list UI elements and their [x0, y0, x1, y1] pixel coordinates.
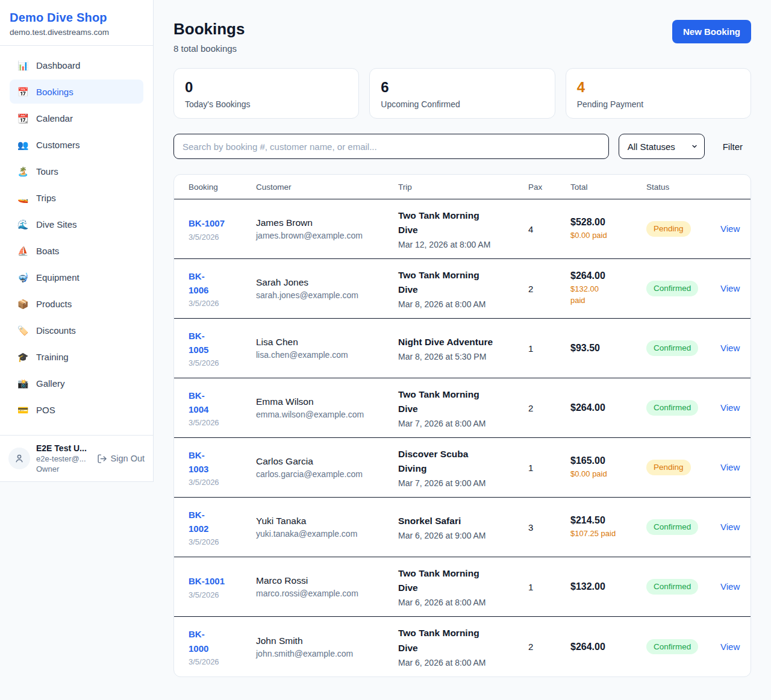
sidebar-item-equipment[interactable]: 🤿 Equipment [10, 265, 143, 289]
paid-amount: $132.00 paid [570, 284, 640, 307]
total-amount: $264.00 [570, 402, 640, 413]
customer-name: Marco Rossi [256, 575, 392, 586]
sign-out-button[interactable]: Sign Out [97, 454, 145, 464]
table-row: BK- 1005 3/5/2026 Lisa Chen lisa.chen@ex… [174, 319, 751, 378]
stat-card-pending-payment: 4 Pending Payment [566, 68, 751, 119]
table-row: BK- 1000 3/5/2026 John Smith john.smith@… [174, 617, 751, 677]
tours-icon: 🏝️ [17, 167, 29, 176]
pax-count: 3 [528, 522, 570, 533]
total-amount: $214.50 [570, 515, 640, 526]
sidebar-item-tours[interactable]: 🏝️ Tours [10, 159, 143, 183]
trip-name: Two Tank Morning Dive [398, 566, 522, 595]
customer-name: John Smith [256, 636, 392, 646]
status-badge: Pending [646, 460, 691, 475]
booking-id-link[interactable]: BK-1007 [189, 216, 225, 230]
view-link[interactable]: View [720, 581, 740, 592]
main-content: Bookings 8 total bookings New Booking 0 … [154, 0, 771, 697]
table-row: BK- 1004 3/5/2026 Emma Wilson emma.wilso… [174, 378, 751, 438]
sidebar-item-products[interactable]: 📦 Products [10, 292, 143, 316]
booking-id-link[interactable]: BK- 1006 [189, 269, 208, 298]
view-link[interactable]: View [720, 343, 740, 353]
total-amount: $264.00 [570, 642, 640, 652]
trip-name: Night Dive Adventure [398, 335, 522, 349]
total-amount: $93.50 [570, 343, 640, 354]
paid-amount: $0.00 paid [570, 469, 640, 480]
stat-label: Pending Payment [577, 99, 740, 109]
sidebar-item-gallery[interactable]: 📸 Gallery [10, 371, 143, 395]
calendar-icon: 📆 [17, 114, 29, 123]
new-booking-button[interactable]: New Booking [672, 20, 751, 43]
discounts-icon: 🏷️ [17, 326, 29, 335]
sidebar-item-dive-sites[interactable]: 🌊 Dive Sites [10, 212, 143, 236]
trip-name: Snorkel Safari [398, 514, 522, 528]
sidebar-footer: E2E Test U... e2e-tester@... Owner Sign … [0, 435, 153, 481]
dashboard-icon: 📊 [17, 61, 29, 70]
stat-card-upcoming-confirmed: 6 Upcoming Confirmed [369, 68, 555, 119]
customer-email: carlos.garcia@example.com [256, 469, 392, 479]
view-link[interactable]: View [720, 402, 740, 413]
trip-datetime: Mar 8, 2026 at 8:00 AM [398, 299, 522, 309]
booking-id-link[interactable]: BK- 1005 [189, 329, 208, 357]
view-link[interactable]: View [720, 522, 740, 532]
status-filter-select[interactable]: All Statuses [619, 134, 705, 159]
customer-email: lisa.chen@example.com [256, 350, 392, 360]
status-filter-value: All Statuses [628, 142, 675, 152]
sidebar-item-calendar[interactable]: 📆 Calendar [10, 106, 143, 130]
total-amount: $165.00 [570, 455, 640, 466]
sidebar-item-dashboard[interactable]: 📊 Dashboard [10, 53, 143, 77]
customer-name: Lisa Chen [256, 337, 392, 348]
bookings-icon: 📅 [17, 87, 29, 96]
view-link[interactable]: View [720, 223, 740, 234]
view-link[interactable]: View [720, 462, 740, 472]
customer-name: Emma Wilson [256, 396, 392, 407]
booking-date: 3/5/2026 [189, 418, 250, 427]
table-row: BK- 1002 3/5/2026 Yuki Tanaka yuki.tanak… [174, 498, 751, 557]
sidebar-item-customers[interactable]: 👥 Customers [10, 133, 143, 157]
view-link[interactable]: View [720, 642, 740, 652]
booking-id-link[interactable]: BK- 1004 [189, 389, 208, 417]
view-link[interactable]: View [720, 283, 740, 293]
trip-datetime: Mar 6, 2026 at 9:00 AM [398, 531, 522, 540]
filter-button[interactable]: Filter [714, 142, 751, 152]
trip-datetime: Mar 7, 2026 at 9:00 AM [398, 478, 522, 488]
booking-id-link[interactable]: BK- 1003 [189, 448, 208, 477]
sign-out-label: Sign Out [111, 454, 145, 463]
table-body: BK-1007 3/5/2026 James Brown james.brown… [174, 199, 751, 677]
trip-datetime: Mar 6, 2026 at 8:00 AM [398, 658, 522, 667]
search-input[interactable] [173, 134, 609, 159]
stats-row: 0 Today's Bookings 6 Upcoming Confirmed … [173, 68, 751, 119]
stat-label: Today's Bookings [185, 99, 348, 109]
logout-icon [97, 454, 107, 464]
sidebar-item-boats[interactable]: ⛵ Boats [10, 239, 143, 263]
bookings-table: Booking Customer Trip Pax Total Status B… [173, 174, 751, 677]
page-header: Bookings 8 total bookings New Booking [173, 20, 751, 54]
pos-icon: 💳 [17, 405, 29, 414]
person-icon [14, 453, 25, 464]
sidebar-item-pos[interactable]: 💳 POS [10, 398, 143, 422]
sidebar-item-trips[interactable]: 🚤 Trips [10, 186, 143, 210]
stat-value: 0 [185, 80, 348, 95]
table-row: BK-1001 3/5/2026 Marco Rossi marco.rossi… [174, 557, 751, 617]
booking-id-link[interactable]: BK- 1000 [189, 627, 208, 655]
page-title: Bookings [173, 20, 245, 39]
column-header-status: Status [646, 183, 720, 192]
sidebar-item-bookings[interactable]: 📅 Bookings [10, 80, 143, 104]
user-info: E2E Test U... e2e-tester@... Owner [36, 443, 91, 473]
booking-id-link[interactable]: BK-1001 [189, 574, 225, 588]
customer-email: yuki.tanaka@example.com [256, 529, 392, 539]
table-row: BK- 1006 3/5/2026 Sarah Jones sarah.jone… [174, 259, 751, 319]
sidebar: Demo Dive Shop demo.test.divestreams.com… [0, 0, 154, 482]
sidebar-header: Demo Dive Shop demo.test.divestreams.com [0, 0, 153, 46]
booking-id-link[interactable]: BK- 1002 [189, 508, 208, 536]
pax-count: 4 [528, 224, 570, 234]
status-badge: Confirmed [646, 281, 698, 296]
trip-datetime: Mar 6, 2026 at 8:00 AM [398, 598, 522, 607]
sidebar-item-discounts[interactable]: 🏷️ Discounts [10, 318, 143, 342]
sidebar-item-training[interactable]: 🎓 Training [10, 345, 143, 369]
pax-count: 1 [528, 582, 570, 592]
table-header-row: Booking Customer Trip Pax Total Status [174, 175, 751, 199]
boats-icon: ⛵ [17, 246, 29, 255]
equipment-icon: 🤿 [17, 273, 29, 282]
paid-amount: $0.00 paid [570, 230, 640, 242]
trips-icon: 🚤 [17, 193, 29, 202]
